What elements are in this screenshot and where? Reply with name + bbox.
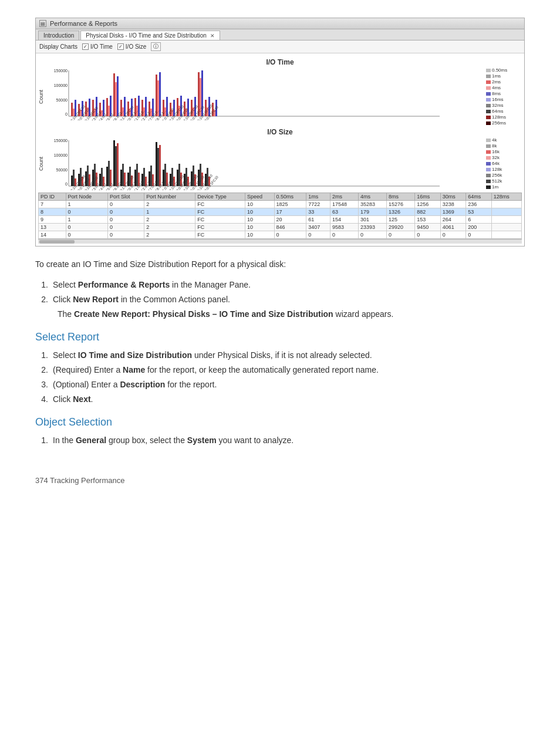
tab-introduction[interactable]: Introduction	[38, 31, 79, 40]
legend-swatch-32k	[486, 156, 491, 160]
select-report-step-1: 1. Select IO Time and Size Distribution …	[35, 349, 525, 362]
col-2ms: 2ms	[330, 193, 358, 201]
svg-rect-26	[117, 76, 119, 116]
io-time-legend: 0.50ms 1ms 2ms 4ms	[484, 67, 522, 126]
scrollbar-thumb[interactable]	[39, 240, 75, 244]
horizontal-scrollbar[interactable]	[38, 239, 522, 244]
legend-swatch-128ms	[486, 116, 491, 119]
io-size-y-label: Count	[38, 137, 46, 190]
col-30ms: 30ms	[440, 193, 466, 201]
tab-close-icon[interactable]: ✕	[210, 33, 215, 39]
legend-swatch-4k	[486, 139, 491, 142]
legend-swatch-2ms	[486, 80, 491, 84]
chart-area: I/O Time Count 150000 100000 50000 0	[36, 53, 524, 246]
window-icon: ▤	[39, 20, 46, 27]
io-size-svg: 150000 100000 50000 0	[46, 137, 446, 190]
window-titlebar: ▤ Performance & Reports	[36, 18, 524, 29]
legend-swatch-256k	[486, 174, 491, 177]
wizard-note: The Create New Report: Physical Disks – …	[58, 308, 525, 320]
legend-swatch-32ms	[486, 104, 491, 107]
legend-swatch-512k	[486, 180, 491, 183]
select-report-step-3: 3. (Optional) Enter a Description for th…	[35, 379, 525, 391]
legend-swatch-16ms	[486, 98, 491, 102]
io-size-label: I/O Size	[126, 43, 147, 50]
io-time-checkbox[interactable]	[82, 43, 89, 50]
svg-rect-96	[73, 170, 75, 186]
svg-text:50000: 50000	[56, 98, 68, 102]
svg-rect-25	[115, 82, 117, 116]
legend-swatch-128k	[486, 168, 491, 171]
col-port-number: Port Number	[144, 193, 195, 201]
col-port-node: Port Node	[66, 193, 107, 201]
col-1ms: 1ms	[306, 193, 330, 201]
io-time-svg: 150000 100000 50000 0	[46, 67, 446, 120]
intro-paragraph: To create an IO Time and Size Distributi…	[35, 258, 525, 271]
svg-text:100000: 100000	[54, 83, 68, 87]
io-size-checkbox-item[interactable]: I/O Size	[117, 43, 147, 50]
svg-rect-24	[113, 73, 115, 116]
svg-text:0: 0	[65, 182, 68, 186]
io-time-checkbox-item[interactable]: I/O Time	[82, 43, 113, 50]
io-time-y-label: Count	[38, 67, 46, 126]
legend-swatch-8ms	[486, 92, 491, 96]
toolbar-info-icon[interactable]: ⓘ	[151, 42, 161, 51]
page: ▤ Performance & Reports Introduction Phy…	[0, 0, 560, 520]
window-tabs: Introduction Physical Disks - I/O Time a…	[36, 29, 524, 40]
toolbar: Display Charts I/O Time I/O Size ⓘ	[36, 40, 524, 53]
io-time-chart-section: I/O Time Count 150000 100000 50000 0	[38, 58, 522, 126]
col-speed: Speed	[245, 193, 274, 201]
col-64ms: 64ms	[466, 193, 492, 201]
table-body: 7102FC1018257722175483528315276125632382…	[39, 201, 522, 239]
steps-list-select-report: 1. Select IO Time and Size Distribution …	[35, 349, 525, 406]
window-title: Performance & Reports	[50, 20, 117, 27]
legend-swatch-4ms	[486, 86, 491, 90]
io-time-chart-title: I/O Time	[38, 58, 522, 66]
intro-step-1: 1. Select Performance & Reports in the M…	[35, 279, 525, 291]
table-header-row: PD ID Port Node Port Slot Port Number De…	[39, 193, 522, 201]
section-select-report-heading: Select Report	[35, 331, 525, 343]
legend-swatch-1ms	[486, 75, 491, 78]
svg-rect-44	[159, 72, 161, 116]
io-time-chart-container: Count 150000 100000 50000 0	[38, 67, 522, 126]
svg-rect-113	[113, 140, 115, 186]
legend-swatch-050ms	[486, 69, 491, 72]
steps-list-intro: 1. Select Performance & Reports in the M…	[35, 279, 525, 306]
col-port-slot: Port Slot	[107, 193, 144, 201]
io-size-chart-title: I/O Size	[38, 128, 522, 136]
svg-text:50000: 50000	[56, 168, 68, 172]
tab-physical-disks[interactable]: Physical Disks - I/O Time and Size Distr…	[80, 31, 220, 40]
svg-rect-115	[117, 143, 119, 186]
legend-item-050ms: 0.50ms	[486, 67, 522, 73]
footer-text: 374 Tracking Performance	[35, 476, 124, 485]
table-row[interactable]: 13002FC108463407958323393299209450406120…	[39, 224, 522, 231]
io-size-checkbox[interactable]	[117, 43, 124, 50]
svg-text:100000: 100000	[54, 153, 68, 157]
table-row[interactable]: 14002FC1000000000	[39, 231, 522, 239]
legend-swatch-8k	[486, 144, 491, 148]
col-8ms: 8ms	[387, 193, 415, 201]
table-row[interactable]: 7102FC1018257722175483528315276125632382…	[39, 201, 522, 208]
io-size-chart-inner: 150000 100000 50000 0	[46, 137, 484, 190]
main-content: To create an IO Time and Size Distributi…	[35, 258, 525, 447]
io-time-chart-inner: 150000 100000 50000 0	[46, 67, 484, 126]
legend-swatch-1m	[486, 185, 491, 189]
col-device-type: Device Type	[195, 193, 245, 201]
svg-rect-6	[71, 103, 73, 116]
io-size-legend: 4k 8k 16k 32k	[484, 137, 522, 190]
svg-text:150000: 150000	[54, 139, 68, 143]
col-pd-id: PD ID	[39, 193, 66, 201]
section-object-selection-heading: Object Selection	[35, 416, 525, 428]
col-128ms: 128ms	[491, 193, 521, 201]
table-row[interactable]: 8001FC101733631791326882136953	[39, 208, 522, 216]
display-charts-label: Display Charts	[39, 43, 77, 50]
col-4ms: 4ms	[358, 193, 386, 201]
table-row[interactable]: 9102FC1020611543011251532646	[39, 216, 522, 224]
intro-step-2: 2. Click New Report in the Common Action…	[35, 293, 525, 306]
col-16ms: 16ms	[415, 193, 441, 201]
legend-swatch-64k	[486, 162, 491, 166]
col-050ms: 0.50ms	[274, 193, 306, 201]
svg-text:150000: 150000	[54, 69, 68, 73]
select-report-step-2: 2. (Required) Enter a Name for the repor…	[35, 364, 525, 376]
screenshot-window: ▤ Performance & Reports Introduction Phy…	[35, 18, 525, 247]
svg-rect-114	[115, 146, 117, 186]
